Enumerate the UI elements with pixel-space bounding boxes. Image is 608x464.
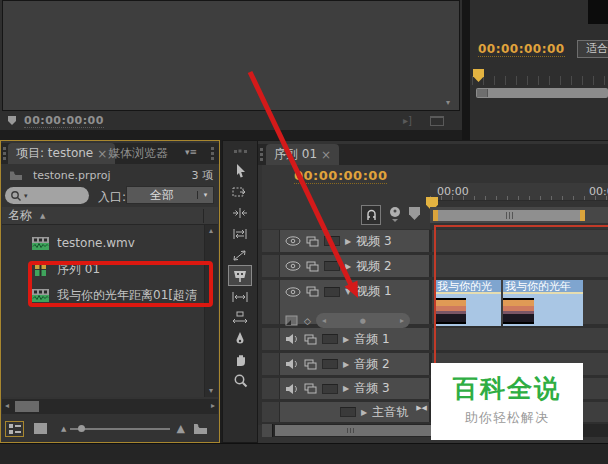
keyframe-navigator[interactable]: ◂ ● ▸ [316, 313, 410, 328]
speaker-icon[interactable] [285, 383, 299, 395]
workarea-grip-icon[interactable] [506, 212, 514, 219]
program-scrollbar[interactable] [476, 88, 608, 98]
search-input[interactable]: ▾ [5, 187, 89, 204]
scroll-right-icon[interactable]: ▸ [211, 402, 215, 410]
ripple-edit-tool[interactable] [228, 202, 252, 223]
selection-arrow-icon [233, 163, 248, 179]
zoom-in-icon[interactable]: ▲ [176, 422, 184, 435]
scrollbar-thumb[interactable] [15, 401, 39, 412]
toggle-track-output-icon[interactable] [285, 261, 301, 271]
collapse-track-icon[interactable]: ▼ [345, 287, 351, 296]
expand-track-icon[interactable]: ▶ [343, 360, 349, 369]
zoom-slider[interactable] [70, 428, 170, 430]
speaker-icon[interactable] [285, 358, 299, 370]
expand-track-icon[interactable]: ▶ [343, 384, 349, 393]
track-name[interactable]: 视频 1 [356, 283, 391, 300]
list-item[interactable]: testone.wmv [4, 233, 204, 253]
scroll-down-icon[interactable]: ▾ [446, 99, 450, 107]
panel-divider[interactable] [462, 0, 470, 140]
watermark-badge: 百科全说 助你轻松解决 [431, 363, 583, 440]
snap-toggle[interactable] [361, 205, 381, 225]
expand-track-icon[interactable]: ▶ [345, 237, 351, 246]
sync-lock-icon[interactable] [304, 383, 317, 394]
sync-lock-icon[interactable] [304, 359, 317, 370]
pen-tool[interactable] [228, 328, 252, 349]
scrollbar-grip-icon[interactable] [477, 89, 488, 97]
track-name[interactable]: 视频 2 [356, 258, 391, 275]
zoom-slider-thumb[interactable] [78, 425, 85, 432]
keyframe-dot-icon[interactable]: ● [360, 317, 366, 325]
project-vscrollbar[interactable]: ▴ ▾ [204, 225, 218, 397]
track-lock-toggle[interactable] [322, 334, 338, 344]
rolling-edit-tool[interactable] [228, 223, 252, 244]
column-divider[interactable] [203, 209, 204, 223]
selection-tool[interactable] [228, 160, 252, 181]
track-name[interactable]: 视频 3 [356, 233, 391, 250]
toggle-track-output-icon[interactable] [285, 236, 301, 246]
scroll-left-icon[interactable]: ◂ [5, 402, 9, 410]
sync-lock-icon[interactable] [304, 334, 317, 345]
program-viewport-corner [588, 0, 608, 24]
track-name[interactable]: 音频 1 [354, 331, 389, 348]
marker-menu-icon[interactable] [389, 206, 401, 226]
zoom-tool[interactable] [228, 370, 252, 391]
track-lock-toggle[interactable] [324, 287, 340, 297]
track-select-tool[interactable] [228, 181, 252, 202]
scroll-up-icon[interactable]: ▴ [209, 227, 213, 235]
collapse-tracks-icon[interactable]: ▶◀ [416, 404, 427, 412]
set-display-style-icon[interactable] [285, 315, 299, 327]
slide-tool[interactable] [228, 307, 252, 328]
panel-grip-icon[interactable] [3, 147, 7, 160]
ripple-edit-icon [232, 207, 248, 219]
speaker-icon[interactable] [285, 333, 299, 345]
expand-track-icon[interactable]: ▶ [345, 262, 351, 271]
track-lock-toggle[interactable] [340, 407, 356, 417]
new-bin-icon[interactable] [193, 422, 208, 435]
tab-media-browser[interactable]: 媒体浏览器 [100, 143, 176, 164]
workarea-bar[interactable] [433, 210, 585, 221]
sync-lock-icon[interactable] [306, 286, 319, 297]
timeline-ruler[interactable]: 00:00 00:0 [430, 183, 608, 201]
timeline-timecode[interactable]: 00:00:00:00 [294, 168, 387, 184]
fit-dropdown[interactable]: 适合 [577, 40, 608, 58]
panel-menu-icon[interactable]: ▾≡ [185, 147, 197, 157]
source-timecode[interactable]: 00:00:00:00 [24, 114, 104, 128]
track-lock-toggle[interactable] [322, 359, 338, 369]
track-name[interactable]: 音频 2 [354, 356, 389, 373]
toggle-track-output-icon[interactable] [285, 287, 301, 297]
icon-view-button[interactable] [34, 423, 47, 434]
program-ruler[interactable] [472, 76, 608, 85]
panel-grip-icon [211, 147, 215, 160]
add-keyframe-icon[interactable]: ◇ [304, 316, 311, 326]
rate-stretch-tool[interactable] [228, 244, 252, 265]
expand-track-icon[interactable]: ▶ [361, 408, 367, 417]
sync-lock-icon[interactable] [306, 236, 319, 247]
scrollbar-grip-icon[interactable] [262, 424, 273, 437]
tab-sequence[interactable]: 序列 01 × [266, 144, 339, 165]
next-keyframe-icon[interactable]: ▸ [400, 316, 404, 325]
slip-tool[interactable] [228, 286, 252, 307]
project-file-name[interactable]: testone.prproj [33, 169, 111, 182]
filter-dropdown[interactable]: 全部 ▾ [126, 186, 214, 204]
track-lock-toggle[interactable] [322, 384, 338, 394]
track-name[interactable]: 音频 3 [354, 380, 389, 397]
list-view-button[interactable] [5, 421, 24, 437]
tab-close-icon[interactable]: × [321, 148, 331, 162]
export-frame-icon[interactable] [430, 116, 444, 126]
play-in-out-icon[interactable]: ▸] [403, 115, 412, 126]
track-lock-toggle[interactable] [324, 236, 340, 246]
program-timecode[interactable]: 00:00:00:00 [478, 42, 565, 57]
zoom-out-icon[interactable]: ▲ [61, 425, 66, 433]
panel-grip-icon[interactable] [234, 150, 247, 154]
track-lock-toggle[interactable] [324, 261, 340, 271]
scroll-down-icon[interactable]: ▾ [209, 387, 213, 395]
sync-lock-icon[interactable] [306, 261, 319, 272]
expand-track-icon[interactable]: ▶ [343, 335, 349, 344]
project-hscrollbar[interactable]: ◂ ▸ [2, 399, 218, 414]
panel-grip-icon[interactable] [260, 148, 264, 161]
razor-tool[interactable] [228, 265, 252, 286]
hand-tool[interactable] [228, 349, 252, 370]
column-header[interactable]: 名称 ▲ [2, 207, 218, 225]
track-name[interactable]: 主音轨 [372, 404, 408, 421]
prev-keyframe-icon[interactable]: ◂ [322, 316, 326, 325]
